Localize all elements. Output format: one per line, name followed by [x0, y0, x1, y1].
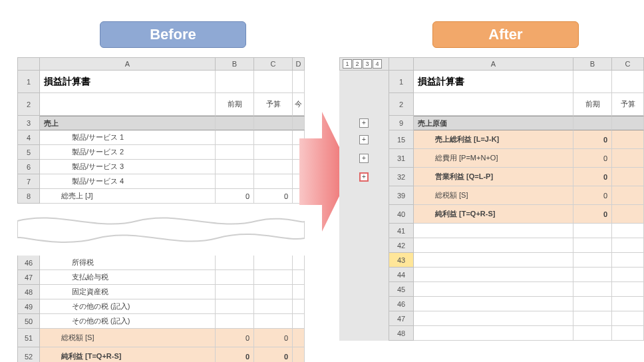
expand-button[interactable]: + — [359, 135, 369, 144]
cell[interactable] — [293, 299, 305, 314]
cell[interactable] — [216, 270, 254, 285]
outline-level-2[interactable]: 2 — [353, 59, 362, 69]
row-header[interactable]: 5 — [17, 145, 40, 160]
row-header[interactable]: 47 — [389, 311, 414, 326]
cell[interactable] — [216, 256, 254, 270]
col-label-budget[interactable]: 予算 — [254, 93, 293, 116]
cell[interactable] — [573, 253, 612, 268]
cell[interactable] — [612, 326, 644, 341]
row-header[interactable]: 9 — [389, 116, 414, 130]
outline-level-4[interactable]: 4 — [373, 59, 382, 69]
cell[interactable]: 0 — [254, 329, 293, 347]
category-cell[interactable]: 売上 — [40, 116, 216, 130]
cell[interactable]: 0 — [573, 205, 612, 224]
cell[interactable] — [40, 93, 216, 116]
col-header-B[interactable]: B — [573, 57, 612, 71]
cell[interactable] — [216, 160, 254, 174]
cell[interactable] — [414, 224, 573, 238]
row-header[interactable]: 4 — [17, 130, 40, 145]
cell[interactable] — [293, 329, 305, 347]
row-header[interactable]: 44 — [389, 268, 414, 282]
cell[interactable] — [612, 224, 644, 238]
row-header[interactable]: 2 — [17, 93, 40, 116]
outline-level-1[interactable]: 1 — [343, 59, 352, 69]
cell[interactable] — [612, 297, 644, 311]
cell[interactable] — [573, 238, 612, 253]
cell[interactable] — [293, 347, 305, 362]
row-header[interactable]: 15 — [389, 130, 414, 149]
cell[interactable] — [612, 168, 644, 186]
cell[interactable] — [573, 268, 612, 282]
row-header[interactable]: 50 — [17, 314, 40, 329]
cell[interactable] — [612, 282, 644, 297]
cell[interactable] — [254, 174, 293, 189]
item-cell[interactable]: 製品/サービス 4 — [40, 174, 216, 189]
doc-title[interactable]: 損益計算書 — [40, 71, 216, 93]
row-header[interactable]: 2 — [389, 93, 414, 116]
summary-cell[interactable]: 純利益 [T=Q+R-S] — [40, 347, 216, 362]
col-label-prev[interactable]: 前期 — [573, 93, 612, 116]
row-header[interactable]: 1 — [389, 71, 414, 93]
cell[interactable] — [414, 311, 573, 326]
item-cell[interactable]: その他の税 (記入) — [40, 299, 216, 314]
cell[interactable] — [612, 253, 644, 268]
cell[interactable] — [573, 71, 612, 93]
row-header[interactable]: 47 — [17, 270, 40, 285]
cell[interactable]: 0 — [254, 189, 293, 204]
cell[interactable] — [414, 238, 573, 253]
cell[interactable] — [612, 116, 644, 130]
cell[interactable]: 0 — [573, 130, 612, 149]
cell[interactable] — [216, 174, 254, 189]
cell[interactable] — [573, 311, 612, 326]
row-header[interactable]: 39 — [389, 186, 414, 205]
col-header-D[interactable]: D — [293, 57, 305, 71]
cell[interactable]: 0 — [573, 186, 612, 205]
doc-title[interactable]: 損益計算書 — [414, 71, 573, 93]
cell[interactable] — [612, 149, 644, 168]
row-header[interactable]: 46 — [389, 297, 414, 311]
row-header[interactable]: 42 — [389, 238, 414, 253]
cell[interactable] — [216, 314, 254, 329]
cell[interactable] — [573, 282, 612, 297]
cell[interactable] — [216, 116, 254, 130]
row-header[interactable]: 3 — [17, 116, 40, 130]
cell[interactable] — [573, 297, 612, 311]
cell[interactable] — [216, 299, 254, 314]
cell[interactable] — [216, 145, 254, 160]
cell[interactable] — [293, 314, 305, 329]
summary-cell[interactable]: 総費用 [P=M+N+O] — [414, 149, 573, 168]
cell[interactable] — [293, 285, 305, 299]
cell[interactable] — [612, 130, 644, 149]
expand-button[interactable]: + — [359, 154, 369, 163]
col-header-A[interactable]: A — [414, 57, 573, 71]
cell[interactable]: 0 — [216, 189, 254, 204]
row-header[interactable]: 49 — [17, 299, 40, 314]
cell[interactable] — [254, 270, 293, 285]
row-header[interactable]: 1 — [17, 71, 40, 93]
cell[interactable] — [414, 326, 573, 341]
cell[interactable] — [254, 299, 293, 314]
cell[interactable] — [254, 116, 293, 130]
cell[interactable] — [612, 268, 644, 282]
row-header[interactable]: 32 — [389, 168, 414, 186]
cell[interactable] — [414, 268, 573, 282]
summary-cell[interactable]: 総税額 [S] — [40, 329, 216, 347]
cell[interactable] — [414, 253, 573, 268]
cell[interactable] — [612, 71, 644, 93]
cell[interactable] — [293, 71, 305, 93]
cell[interactable] — [573, 326, 612, 341]
cell[interactable]: 0 — [216, 329, 254, 347]
col-header-A[interactable]: A — [40, 57, 216, 71]
row-header[interactable]: 41 — [389, 224, 414, 238]
summary-cell[interactable]: 売上総利益 [L=J-K] — [414, 130, 573, 149]
item-cell[interactable]: 製品/サービス 1 — [40, 130, 216, 145]
cell[interactable] — [293, 256, 305, 270]
outline-level-3[interactable]: 3 — [363, 59, 372, 69]
item-cell[interactable]: 製品/サービス 2 — [40, 145, 216, 160]
category-cell[interactable]: 売上原価 — [414, 116, 573, 130]
cell[interactable] — [254, 71, 293, 93]
summary-cell[interactable]: 総税額 [S] — [414, 186, 573, 205]
cell[interactable]: 0 — [216, 347, 254, 362]
cell[interactable] — [254, 145, 293, 160]
cell[interactable] — [254, 314, 293, 329]
